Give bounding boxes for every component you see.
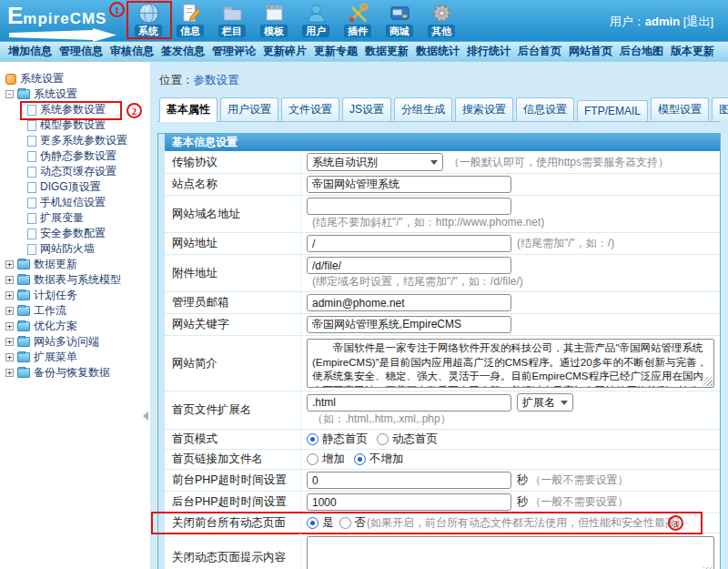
toolbar-item-add-info[interactable]: 增加信息 [8,44,52,59]
toolbar-item-admin-home[interactable]: 后台首页 [518,44,561,59]
sidebar-root-system-settings[interactable]: 系统设置 [5,71,150,86]
sidebar-item-ext-vars[interactable]: 扩展变量 [27,210,150,226]
protocol-select[interactable]: 系统自动识别 [307,153,443,171]
sidebar-node-backup-restore[interactable]: +备份与恢复数据 [5,365,150,381]
site-name-input[interactable] [307,176,511,193]
toolbar-item-manage-comments[interactable]: 管理评论 [212,44,256,59]
toolbar-item-sign-info[interactable]: 签发信息 [161,44,205,59]
radio-add[interactable]: 增加 [307,452,345,467]
nav-item-system[interactable]: 系统 [127,0,169,37]
nav-item-plugin[interactable]: 插件 [337,0,379,37]
sidebar-item-digg[interactable]: DIGG顶设置 [27,179,150,195]
user-icon [305,2,328,25]
nav-item-mall[interactable]: 商城 [379,0,420,37]
nav-item-other[interactable]: 其他 [420,0,462,37]
attachment-path-input[interactable] [307,257,511,274]
tab-search-settings[interactable]: 搜索设置 [455,97,513,121]
radio-not-add[interactable]: 不增加 [354,452,404,467]
expand-plus-icon[interactable]: + [5,307,14,315]
radio-yes[interactable]: 是 [307,515,334,531]
tab-info-settings[interactable]: 信息设置 [516,97,574,121]
expand-plus-icon[interactable]: + [5,338,14,346]
sidebar-item-sms[interactable]: 手机短信设置 [27,195,150,210]
site-url-input[interactable] [307,235,511,252]
expand-plus-icon[interactable]: + [5,353,14,361]
tab-js-settings[interactable]: JS设置 [342,97,391,121]
sidebar-node-ext-menu[interactable]: +扩展菜单 [5,350,150,365]
nav-item-info[interactable]: 信息 [169,0,211,37]
collapse-minus-icon[interactable]: - [5,90,14,98]
nav-item-user[interactable]: 用户 [295,0,337,37]
section-header-basic-info: 基本信息设置 [165,134,720,151]
chevron-down-icon [430,160,438,165]
field-label: 首页模式 [165,430,301,449]
close-dynamic-tip-textarea[interactable] [307,536,714,569]
sidebar-node-optimization[interactable]: +优化方案 [5,319,150,334]
toolbar-item-audit-info[interactable]: 审核信息 [110,44,154,59]
admin-php-timeout-input[interactable] [307,493,511,511]
front-php-timeout-input[interactable] [307,472,511,489]
expand-plus-icon[interactable]: + [5,369,14,377]
site-intro-text: 帝国软件是一家专注于网络软件开发的科技公司，其主营产品"帝国网站管理系统(Emp… [312,342,707,388]
sidebar-item-security-params[interactable]: 安全参数配置 [27,226,150,241]
radio-off-icon[interactable] [307,453,318,465]
sidebar-node-data-update[interactable]: +数据更新 [5,257,150,272]
radio-on-icon[interactable] [307,433,318,445]
expand-plus-icon[interactable]: + [5,276,14,284]
tab-image-settings[interactable]: 图片设置 [712,97,728,121]
nav-item-template[interactable]: 模板 [253,0,295,37]
radio-on-icon[interactable] [307,517,318,529]
page-icon [27,182,36,193]
radio-off-icon[interactable] [377,433,389,445]
toolbar-item-data-update[interactable]: 数据更新 [365,44,409,59]
form-row-protocol: 传输协议 系统自动识别 （一般默认即可，使用https需要服务器支持） [165,151,720,174]
domain-input[interactable] [307,198,511,215]
toolbar-item-site-home[interactable]: 网站首页 [569,44,612,59]
sidebar-item-pseudo-static[interactable]: 伪静态参数设置 [27,148,150,164]
sidebar-node-tables-models[interactable]: +数据表与系统模型 [5,272,150,288]
expand-plus-icon[interactable]: + [5,260,14,269]
radio-off-icon[interactable] [339,517,351,529]
admin-email-input[interactable] [307,294,511,311]
toolbar-item-version-update[interactable]: 版本更新 [671,44,714,59]
sidebar-collapse-arrow[interactable] [143,412,148,421]
toolbar-item-update-topics[interactable]: 更新专题 [314,44,358,59]
sidebar-item-dynamic-cache[interactable]: 动态页缓存设置 [27,164,150,179]
form-row-site-name: 站点名称 [165,174,720,196]
radio-on-icon[interactable] [354,453,366,465]
tab-basic-props[interactable]: 基本属性 [159,97,217,122]
toolbar-item-manage-info[interactable]: 管理信息 [59,44,103,59]
tab-ftp-email[interactable]: FTP/EMAIL [577,100,648,121]
breadcrumb-link-params[interactable]: 参数设置 [194,74,239,86]
tab-user-settings[interactable]: 用户设置 [220,97,278,121]
sidebar-node-multi-access[interactable]: +网站多访问端 [5,334,150,350]
logout-link[interactable]: [退出] [683,15,713,28]
toolbar-item-admin-map[interactable]: 后台地图 [620,44,663,59]
resize-grip-icon[interactable] [703,377,713,386]
toolbar-item-data-stats[interactable]: 数据统计 [416,44,460,59]
ext-select[interactable]: 扩展名 [517,393,573,412]
expand-plus-icon[interactable]: + [5,291,14,300]
keywords-input[interactable] [307,316,511,333]
index-ext-input[interactable] [307,394,511,412]
sidebar-folder-system-settings[interactable]: - 系统设置 [5,86,150,102]
toolbar-item-ranking-stats[interactable]: 排行统计 [467,44,511,59]
sidebar-node-workflow[interactable]: +工作流 [5,303,150,319]
tab-model-settings[interactable]: 模型设置 [651,97,709,121]
radio-no[interactable]: 否 [339,515,367,531]
form-row-attachment-path: 附件地址 (绑定域名时设置，结尾需加"/"，如：/d/file/) [165,255,720,292]
expand-plus-icon[interactable]: + [5,322,14,330]
tab-group-generate[interactable]: 分组生成 [394,97,452,121]
tab-file-settings[interactable]: 文件设置 [281,97,339,121]
radio-static-index[interactable]: 静态首页 [307,432,368,447]
field-label: 关闭前台所有动态页面 [165,513,301,533]
site-intro-textarea[interactable]: 帝国软件是一家专注于网络软件开发的科技公司，其主营产品"帝国网站管理系统(Emp… [307,339,714,388]
toolbar-item-update-fragments[interactable]: 更新碎片 [263,44,307,59]
sidebar-item-model-params[interactable]: 模型参数设置 [27,117,150,133]
nav-item-column[interactable]: 栏目 [211,0,253,37]
sidebar-item-more-system-params[interactable]: 更多系统参数设置 [27,133,150,148]
page-icon [27,105,36,116]
sidebar-item-firewall[interactable]: 网站防火墙 [27,241,150,257]
radio-dynamic-index[interactable]: 动态首页 [377,432,438,447]
sidebar-node-cron[interactable]: +计划任务 [5,288,150,303]
